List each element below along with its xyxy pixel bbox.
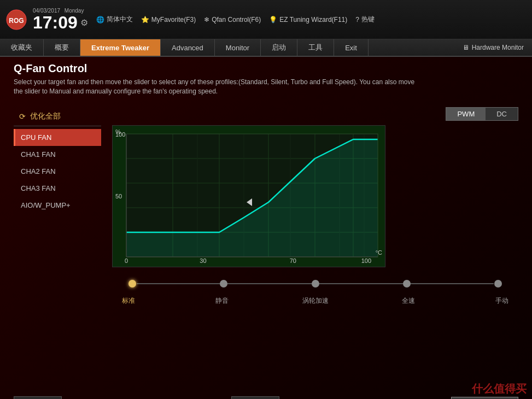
nav-item-favorites[interactable]: 收藏夹 bbox=[0, 39, 44, 56]
fan-sidebar: ⟳ 优化全部 CPU FAN CHA1 FAN CHA2 FAN CHA3 FA… bbox=[14, 107, 101, 384]
eztuning-btn[interactable]: 💡 EZ Tuning Wizard(F11) bbox=[269, 16, 347, 24]
x-label-0: 0 bbox=[125, 257, 128, 264]
qfan-btn[interactable]: ❄ Qfan Control(F6) bbox=[204, 16, 261, 24]
profile-dot-fullspeed[interactable] bbox=[403, 280, 411, 287]
x-label-100: 100 bbox=[361, 257, 371, 264]
x-axis-unit: °C bbox=[376, 249, 382, 256]
profile-dot-standard[interactable] bbox=[128, 280, 136, 287]
nav-item-overview[interactable]: 概要 bbox=[44, 39, 80, 56]
top-icons: 🌐 简体中文 ⭐ MyFavorite(F3) ❄ Qfan Control(F… bbox=[96, 15, 375, 24]
optimize-icon: ⟳ bbox=[19, 112, 26, 121]
svg-text:ROG: ROG bbox=[9, 17, 24, 25]
hardware-monitor-link[interactable]: 🖥 Hardware Monitor bbox=[454, 44, 532, 51]
fan-curve-chart: % °C 100 50 0 30 70 100 bbox=[112, 125, 385, 267]
optimize-all-btn[interactable]: ⟳ 优化全部 bbox=[14, 107, 101, 126]
pwm-dc-toggle: PWM DC bbox=[112, 107, 518, 121]
optimize-all-label: 优化全部 bbox=[30, 112, 61, 121]
hardware-monitor-label: Hardware Monitor bbox=[472, 44, 524, 51]
x-label-30: 30 bbox=[200, 257, 206, 264]
monitor-icon: 🖥 bbox=[463, 44, 469, 51]
label-silent: 静音 bbox=[206, 296, 238, 306]
label-standard: 标准 bbox=[112, 296, 145, 306]
toggle-group: PWM DC bbox=[446, 107, 518, 121]
help-icon: ? bbox=[355, 16, 359, 24]
hotkeys-label: 热键 bbox=[361, 15, 375, 24]
chart-area: PWM DC % °C 100 50 0 30 70 100 bbox=[112, 107, 518, 384]
profile-dot-manual[interactable] bbox=[494, 280, 502, 287]
hotkeys-btn[interactable]: ? 热键 bbox=[355, 15, 375, 24]
fan-item-aio[interactable]: AIO/W_PUMP+ bbox=[14, 197, 101, 214]
y-label-50: 50 bbox=[115, 193, 122, 200]
language-label: 简体中文 bbox=[107, 15, 133, 24]
myfavorite-btn[interactable]: ⭐ MyFavorite(F3) bbox=[141, 16, 196, 24]
fan-item-cha2[interactable]: CHA2 FAN bbox=[14, 163, 101, 180]
profile-dot-silent[interactable] bbox=[220, 280, 227, 287]
x-label-70: 70 bbox=[290, 257, 296, 264]
time-display: 17:09 bbox=[33, 14, 78, 31]
dc-btn[interactable]: DC bbox=[486, 108, 518, 120]
cancel-button[interactable]: 撤销 bbox=[14, 396, 62, 399]
language-selector[interactable]: 🌐 简体中文 bbox=[96, 15, 133, 24]
profile-slider: 标准 静音 涡轮加速 全速 手动 bbox=[112, 267, 518, 306]
bulb-icon: 💡 bbox=[269, 16, 277, 24]
page-header: Q-Fan Control Select your target fan and… bbox=[0, 57, 532, 99]
nav-item-monitor[interactable]: Monitor bbox=[215, 39, 261, 56]
label-fullspeed: 全速 bbox=[392, 296, 425, 306]
nav-item-advanced[interactable]: Advanced bbox=[161, 39, 215, 56]
watermark: 什么值得买 bbox=[472, 382, 527, 396]
rog-logo: ROG bbox=[5, 9, 27, 31]
fan-item-cpu[interactable]: CPU FAN bbox=[14, 129, 101, 146]
page-description: Select your target fan and then move the… bbox=[14, 78, 424, 96]
top-left-info: 04/03/2017 Monday 17:09 ⚙ bbox=[33, 8, 88, 31]
top-bar: ROG 04/03/2017 Monday 17:09 ⚙ 🌐 简体中文 ⭐ M… bbox=[0, 0, 532, 39]
label-turbo: 涡轮加速 bbox=[299, 296, 332, 306]
nav-item-exit[interactable]: Exit bbox=[334, 39, 369, 56]
pwm-btn[interactable]: PWM bbox=[446, 108, 486, 120]
label-manual: 手动 bbox=[486, 296, 518, 306]
fan-item-cha1[interactable]: CHA1 FAN bbox=[14, 146, 101, 163]
y-label-100: 100 bbox=[115, 131, 125, 138]
profile-labels: 标准 静音 涡轮加速 全速 手动 bbox=[112, 296, 518, 306]
qfan-label: Qfan Control(F6) bbox=[212, 16, 261, 24]
exit-button[interactable]: Exit (ESC) bbox=[451, 397, 518, 399]
fan-item-cha3[interactable]: CHA3 FAN bbox=[14, 180, 101, 197]
eztuning-label: EZ Tuning Wizard(F11) bbox=[279, 16, 347, 24]
nav-item-extreme-tweaker[interactable]: Extreme Tweaker bbox=[80, 39, 161, 56]
fan-curve-svg bbox=[113, 126, 386, 268]
fan-icon: ❄ bbox=[204, 16, 209, 24]
globe-icon: 🌐 bbox=[96, 16, 104, 24]
nav-item-boot[interactable]: 启动 bbox=[261, 39, 297, 56]
profile-dots-row bbox=[128, 280, 502, 287]
nav-bar: 收藏夹 概要 Extreme Tweaker Advanced Monitor … bbox=[0, 39, 532, 57]
main-content: ⟳ 优化全部 CPU FAN CHA1 FAN CHA2 FAN CHA3 FA… bbox=[0, 99, 532, 392]
star-icon: ⭐ bbox=[141, 16, 149, 24]
page-title: Q-Fan Control bbox=[14, 62, 518, 75]
profile-dot-turbo[interactable] bbox=[312, 280, 319, 287]
bottom-buttons: 撤销 应用 Exit (ESC) bbox=[0, 392, 532, 399]
nav-item-tools[interactable]: 工具 bbox=[297, 39, 334, 56]
myfavorite-label: MyFavorite(F3) bbox=[151, 16, 196, 24]
apply-button[interactable]: 应用 bbox=[231, 396, 279, 399]
settings-icon[interactable]: ⚙ bbox=[80, 17, 88, 28]
